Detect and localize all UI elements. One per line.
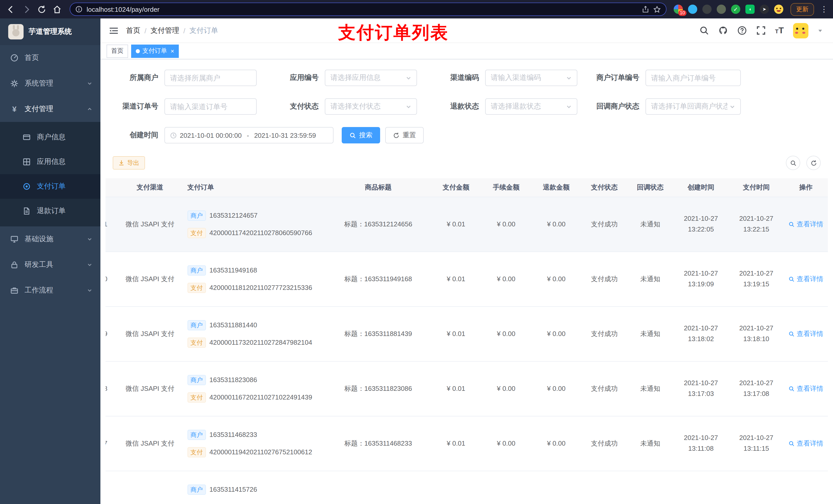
refresh-table-icon[interactable] (806, 156, 821, 170)
reset-button[interactable]: 重置 (385, 127, 424, 143)
extensions-puzzle-icon[interactable]: 10 (674, 5, 683, 14)
document-icon (23, 207, 31, 215)
refund-status-select[interactable]: 请选择退款状态 (485, 98, 577, 115)
extension-chat-icon[interactable]: ◖ (745, 5, 755, 14)
cell-channel: 微信 JSAPI 支付 (121, 416, 179, 471)
sidebar-item-merchant-info[interactable]: 商户信息 (0, 125, 100, 149)
cell-action: 查看详情 (784, 197, 828, 251)
cell-status: 支付成功 (581, 416, 627, 471)
sidebar-logo[interactable]: 芋道管理系统 (0, 19, 100, 45)
cell-refund (531, 471, 581, 504)
hamburger-icon[interactable] (109, 25, 119, 35)
extension-drop-icon[interactable] (688, 5, 697, 14)
forward-icon[interactable] (21, 4, 32, 15)
cell-title: 标题：1635311823086 (325, 361, 431, 416)
search-icon[interactable] (699, 26, 709, 35)
sidebar-item-dev-tools[interactable]: 研发工具 (0, 252, 100, 278)
date-end-value[interactable]: 2021-10-31 23:59:59 (254, 131, 316, 139)
extension-pin-icon[interactable]: ➤ (760, 5, 769, 14)
date-start-value[interactable]: 2021-10-01 00:00:00 (180, 131, 241, 139)
view-detail-link[interactable]: 查看详情 (788, 329, 823, 338)
date-range-picker[interactable]: 2021-10-01 00:00:00 - 2021-10-31 23:59:5… (164, 127, 334, 143)
close-icon[interactable]: × (171, 47, 174, 54)
view-detail-link[interactable]: 查看详情 (788, 219, 823, 229)
sidebar-item-refund-order[interactable]: 退款订单 (0, 199, 100, 223)
toggle-search-icon[interactable] (786, 156, 800, 170)
extension-check-icon[interactable]: ✓ (731, 5, 740, 14)
share-icon[interactable] (642, 6, 649, 13)
bookmark-star-icon[interactable] (653, 5, 661, 13)
sidebar-item-pay-order[interactable]: 支付订单 (0, 174, 100, 199)
chevron-down-icon (87, 262, 92, 267)
select-placeholder: 请选择订单回调商户状态 (651, 102, 728, 111)
cell-notify: 未通知 (627, 197, 673, 251)
merchant-order-no-input[interactable] (645, 70, 741, 86)
tab-pay-order[interactable]: 支付订单 × (131, 44, 179, 57)
breadcrumb-payment[interactable]: 支付管理 (151, 26, 179, 35)
sidebar: 芋道管理系统 首页 系统管理 ¥ 支付管理 (0, 19, 100, 504)
chevron-down-icon (87, 237, 92, 242)
channel-order-no-input[interactable] (164, 98, 257, 115)
refresh-icon[interactable] (36, 4, 47, 15)
notify-status-select[interactable]: 请选择订单回调商户状态 (645, 98, 741, 115)
merchant-order-number: 1635312124657 (210, 212, 258, 219)
sidebar-item-infra[interactable]: 基础设施 (0, 226, 100, 252)
extension-dark1-icon[interactable] (703, 5, 712, 14)
fullscreen-icon[interactable] (756, 26, 766, 35)
pay-status-select[interactable]: 请选择支付状态 (325, 98, 417, 115)
view-detail-link[interactable]: 查看详情 (788, 274, 823, 284)
payment-submenu: 商户信息 应用信息 支付订单 (0, 122, 100, 226)
view-detail-link[interactable]: 查看详情 (788, 384, 823, 393)
channel-order-no-field[interactable] (170, 102, 251, 111)
cell-created-time (673, 471, 729, 504)
merchant-input-field[interactable] (170, 74, 251, 82)
col-action: 操作 (784, 178, 828, 197)
profile-avatar-icon[interactable] (774, 5, 783, 14)
cell-paid-time: 2021-10-2713:11:15 (729, 416, 784, 471)
home-icon[interactable] (51, 4, 63, 15)
font-size-icon[interactable]: TT (775, 25, 784, 35)
back-icon[interactable] (5, 4, 16, 15)
sidebar-item-home[interactable]: 首页 (0, 45, 100, 71)
search-button[interactable]: 搜索 (342, 127, 380, 143)
pay-tag: 支付 (188, 283, 206, 293)
sidebar-item-workflow[interactable]: 工作流程 (0, 278, 100, 303)
github-icon[interactable] (718, 26, 728, 35)
address-bar[interactable]: localhost:1024/pay/order (70, 3, 667, 16)
view-detail-link[interactable]: 查看详情 (788, 439, 823, 448)
merchant-input[interactable] (164, 70, 257, 86)
sidebar-item-label: 基础设施 (25, 235, 53, 244)
site-info-icon[interactable] (75, 6, 82, 13)
table-toolbar: 导出 (113, 156, 821, 170)
user-caret-icon[interactable] (818, 28, 823, 33)
breadcrumb-home[interactable]: 首页 (126, 26, 140, 35)
sidebar-item-payment[interactable]: ¥ 支付管理 (0, 96, 100, 122)
export-button[interactable]: 导出 (113, 156, 145, 170)
cell-status: 支付成功 (581, 306, 627, 361)
table-mini-tools (786, 156, 821, 170)
app-title: 芋道管理系统 (29, 27, 72, 37)
col-amount: 支付金额 (431, 178, 481, 197)
tab-home[interactable]: 首页 (106, 44, 128, 57)
view-detail-label: 查看详情 (796, 219, 823, 229)
extension-dark2-icon[interactable] (717, 5, 726, 14)
help-icon[interactable] (737, 26, 747, 35)
filter-channel-code: 渠道编码 请输入渠道编码 (433, 70, 594, 86)
sidebar-item-system[interactable]: 系统管理 (0, 71, 100, 96)
url-text[interactable]: localhost:1024/pay/order (87, 5, 638, 13)
user-avatar[interactable] (793, 23, 808, 38)
col-title: 商品标题 (325, 178, 431, 197)
app-id-select[interactable]: 请选择应用信息 (325, 70, 417, 86)
chrome-update-button[interactable]: 更新 (790, 3, 814, 16)
table-row: 18 微信 JSAPI 支付 商户 1635311823086 支付 42000… (105, 361, 828, 416)
sidebar-item-label: 退款订单 (37, 207, 66, 216)
top-navbar: 首页 / 支付管理 / 支付订单 支付订单列表 (100, 19, 833, 43)
cell-paid-time: 2021-10-2713:18:10 (729, 306, 784, 361)
channel-code-select[interactable]: 请输入渠道编码 (485, 70, 577, 86)
sidebar-item-label: 首页 (25, 53, 39, 63)
filter-app-id: 应用编号 请选择应用信息 (273, 70, 433, 86)
sidebar-item-app-info[interactable]: 应用信息 (0, 149, 100, 174)
chrome-menu-icon[interactable]: ⋮ (820, 5, 828, 14)
col-id: 编号 (105, 178, 121, 197)
merchant-order-no-field[interactable] (651, 74, 735, 82)
